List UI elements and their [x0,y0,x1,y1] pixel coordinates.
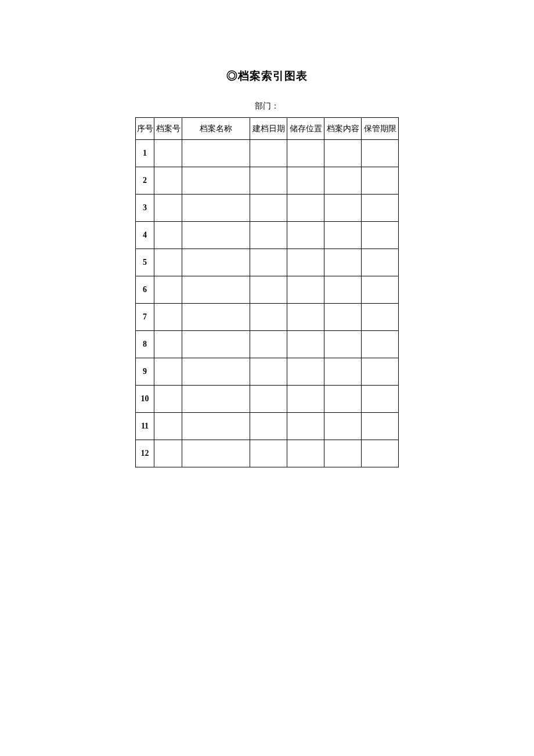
cell-seq: 6 [136,276,154,304]
cell-period [362,222,399,249]
cell-seq: 11 [136,413,154,440]
cell-fileno [154,276,182,304]
cell-filename [182,249,250,276]
header-location: 储存位置 [287,118,324,140]
cell-location [287,140,324,167]
table-row: 8 [136,331,399,358]
cell-filename [182,167,250,195]
cell-period [362,413,399,440]
cell-filename [182,140,250,167]
cell-fileno [154,249,182,276]
cell-location [287,386,324,413]
archive-index-table: 序号 档案号 档案名称 建档日期 储存位置 档案内容 保管期限 1 2 [135,117,399,467]
cell-seq: 9 [136,358,154,386]
cell-content [324,304,362,331]
table-row: 7 [136,304,399,331]
cell-period [362,167,399,195]
page-title: ◎档案索引图表 [0,69,534,84]
cell-fileno [154,413,182,440]
cell-seq: 10 [136,386,154,413]
cell-fileno [154,222,182,249]
cell-seq: 3 [136,195,154,222]
cell-filename [182,195,250,222]
header-seq: 序号 [136,118,154,140]
cell-date [250,249,287,276]
cell-location [287,413,324,440]
cell-period [362,249,399,276]
table-row: 10 [136,386,399,413]
cell-period [362,195,399,222]
table-row: 5 [136,249,399,276]
cell-location [287,440,324,467]
department-label: 部门： [0,101,534,111]
cell-date [250,358,287,386]
cell-period [362,331,399,358]
cell-location [287,358,324,386]
table-row: 11 [136,413,399,440]
cell-seq: 8 [136,331,154,358]
cell-content [324,358,362,386]
cell-filename [182,276,250,304]
cell-seq: 12 [136,440,154,467]
table-row: 9 [136,358,399,386]
cell-filename [182,413,250,440]
table-row: 6 [136,276,399,304]
cell-seq: 5 [136,249,154,276]
cell-date [250,440,287,467]
cell-fileno [154,440,182,467]
cell-location [287,304,324,331]
table-wrapper: 序号 档案号 档案名称 建档日期 储存位置 档案内容 保管期限 1 2 [0,117,534,467]
header-date: 建档日期 [250,118,287,140]
cell-location [287,195,324,222]
cell-content [324,249,362,276]
cell-location [287,222,324,249]
header-fileno: 档案号 [154,118,182,140]
cell-location [287,167,324,195]
cell-seq: 4 [136,222,154,249]
cell-filename [182,440,250,467]
cell-content [324,386,362,413]
cell-seq: 7 [136,304,154,331]
cell-period [362,140,399,167]
cell-date [250,222,287,249]
cell-content [324,222,362,249]
cell-seq: 2 [136,167,154,195]
cell-content [324,413,362,440]
cell-period [362,304,399,331]
cell-fileno [154,304,182,331]
cell-location [287,249,324,276]
cell-filename [182,304,250,331]
cell-location [287,331,324,358]
table-row: 1 [136,140,399,167]
cell-content [324,440,362,467]
cell-fileno [154,331,182,358]
cell-filename [182,358,250,386]
cell-date [250,304,287,331]
cell-content [324,276,362,304]
cell-period [362,386,399,413]
cell-fileno [154,167,182,195]
header-period: 保管期限 [362,118,399,140]
table-row: 4 [136,222,399,249]
header-content: 档案内容 [324,118,362,140]
cell-date [250,386,287,413]
cell-content [324,331,362,358]
cell-date [250,413,287,440]
table-row: 3 [136,195,399,222]
cell-date [250,331,287,358]
header-filename: 档案名称 [182,118,250,140]
cell-content [324,167,362,195]
cell-fileno [154,195,182,222]
cell-period [362,440,399,467]
cell-seq: 1 [136,140,154,167]
table-header-row: 序号 档案号 档案名称 建档日期 储存位置 档案内容 保管期限 [136,118,399,140]
table-row: 12 [136,440,399,467]
table-body: 1 2 3 [136,140,399,467]
cell-fileno [154,140,182,167]
cell-filename [182,331,250,358]
cell-date [250,195,287,222]
cell-fileno [154,358,182,386]
cell-date [250,276,287,304]
cell-date [250,140,287,167]
cell-filename [182,386,250,413]
